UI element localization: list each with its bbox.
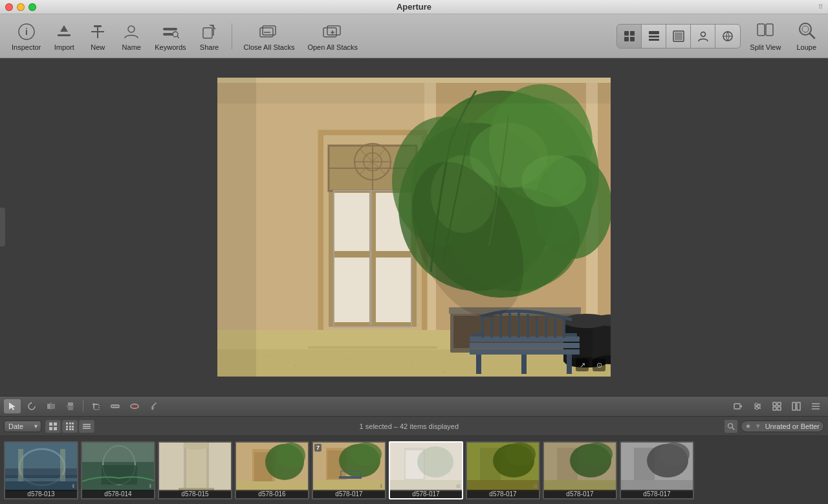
loupe-icon: [798, 21, 816, 42]
svg-rect-186: [184, 443, 186, 491]
svg-rect-187: [206, 443, 209, 491]
split-view-button[interactable]: Split View: [742, 19, 789, 54]
window-controls[interactable]: [5, 3, 36, 11]
thumb-icon-013: ⬇: [71, 483, 76, 489]
svg-rect-108: [473, 333, 485, 336]
svg-point-113: [268, 355, 270, 356]
left-panel-handle[interactable]: [0, 208, 5, 247]
svg-rect-154: [49, 422, 52, 426]
view-button-group: [616, 24, 741, 49]
stack-badge-017: 7: [314, 444, 321, 452]
thumb-img-016: [236, 443, 308, 491]
svg-rect-209: [390, 443, 462, 491]
thumb-img-017c: [544, 443, 616, 491]
open-all-stacks-button[interactable]: Open All Stacks: [301, 19, 364, 54]
straighten-tool[interactable]: [107, 399, 124, 413]
loupe-button[interactable]: Loupe: [790, 19, 823, 54]
filmstrip-list-btn[interactable]: [79, 420, 94, 433]
svg-rect-175: [5, 475, 77, 491]
browser-view-button[interactable]: [642, 25, 666, 48]
svg-text:i: i: [25, 27, 28, 37]
rotate-left-tool[interactable]: [23, 399, 40, 413]
svg-rect-109: [565, 333, 577, 336]
svg-rect-15: [263, 26, 276, 35]
photo-overlay-icons: ↗ ⊙: [576, 358, 605, 371]
select-tool[interactable]: [4, 399, 21, 413]
people-view-button[interactable]: [691, 25, 715, 48]
svg-rect-145: [773, 402, 776, 406]
bottom-toolbar: [0, 396, 828, 417]
svg-rect-137: [734, 404, 740, 409]
filmstrip-grid-btn[interactable]: [45, 420, 61, 433]
keywords-button[interactable]: Keywords: [148, 19, 192, 54]
thumb-label-017-stack: d578-017: [313, 490, 385, 498]
filmstrip[interactable]: ⬇ d578-013 ⬇ d578-014: [0, 436, 828, 504]
columns-tool[interactable]: [788, 399, 805, 413]
thumbnail-d578-016[interactable]: d578-016: [235, 441, 309, 499]
target-overlay-icon[interactable]: ⊙: [593, 358, 605, 371]
brush-tool[interactable]: [146, 399, 162, 413]
svg-rect-97: [521, 355, 527, 374]
rating-filter-label[interactable]: Unrated or Better: [765, 422, 820, 430]
svg-line-136: [152, 403, 156, 407]
filmstrip-grid2-btn[interactable]: [62, 420, 78, 433]
svg-rect-147: [773, 407, 776, 410]
inspector-button[interactable]: i Inspector: [5, 19, 47, 54]
sort-select[interactable]: Date Rating Name Size: [4, 421, 41, 432]
close-all-stacks-button[interactable]: Close All Stacks: [237, 19, 301, 54]
svg-line-11: [177, 36, 179, 38]
search-loupe-btn[interactable]: [724, 419, 738, 433]
video-tool[interactable]: [730, 399, 746, 413]
thumbnail-d578-017-stack[interactable]: 7 ⬇ d578-017: [312, 441, 386, 499]
svg-rect-185: [185, 443, 208, 491]
close-button[interactable]: [5, 3, 13, 11]
filmstrip-right: ★ ▼ Unrated or Better: [724, 419, 824, 433]
svg-rect-128: [94, 404, 99, 410]
import-button[interactable]: Import: [47, 19, 81, 54]
thumbnail-d578-015[interactable]: d578-015: [158, 441, 232, 499]
bottom-right-tools: [730, 399, 824, 413]
svg-line-36: [810, 34, 814, 38]
maximize-button[interactable]: [28, 3, 36, 11]
svg-point-115: [346, 358, 347, 360]
crop-tool[interactable]: [87, 399, 104, 413]
thumb-img-017-sel: [390, 443, 462, 491]
svg-point-80: [521, 155, 586, 207]
thumbnail-d578-017d[interactable]: ⊙ d578-017: [620, 441, 694, 499]
toolbar-right: Split View Loupe: [616, 19, 823, 54]
svg-rect-149: [792, 402, 796, 410]
app-title: Aperture: [397, 2, 431, 12]
minimize-button[interactable]: [17, 3, 25, 11]
map-view-button[interactable]: [715, 25, 740, 48]
thumbnail-d578-014[interactable]: ⬇ d578-014: [81, 441, 155, 499]
svg-rect-155: [54, 422, 57, 426]
new-button[interactable]: New: [81, 19, 114, 54]
svg-point-37: [802, 26, 809, 32]
filter-tool[interactable]: [768, 399, 785, 413]
svg-rect-21: [624, 31, 629, 36]
svg-rect-160: [72, 422, 74, 424]
thumb-img-017d: [621, 443, 693, 491]
export-overlay-icon[interactable]: ↗: [576, 358, 589, 371]
grid-view-button[interactable]: [617, 25, 642, 48]
sort-select-wrap[interactable]: Date Rating Name Size ▼: [4, 421, 41, 432]
tool-sep-1: [83, 400, 83, 412]
close-all-stacks-label: Close All Stacks: [244, 43, 295, 51]
list-tool[interactable]: [807, 399, 824, 413]
thumbnail-d578-017c[interactable]: ⊙ d578-017: [543, 441, 617, 499]
photo-viewer[interactable]: ↗ ⊙: [0, 58, 828, 396]
rating-filter-wrap: ★ ▼ Unrated or Better: [741, 421, 824, 432]
share-button[interactable]: Share: [193, 19, 226, 54]
thumbnail-d578-017b[interactable]: ⊙ d578-017: [466, 441, 540, 499]
thumbnail-d578-017-selected[interactable]: ⊙ d578-017: [389, 441, 463, 499]
redeye-tool[interactable]: [126, 399, 143, 413]
adjust-tool[interactable]: [749, 399, 766, 413]
flip-v-tool[interactable]: [62, 399, 79, 413]
name-button[interactable]: Name: [114, 19, 148, 54]
svg-rect-24: [630, 37, 635, 41]
svg-rect-61: [334, 257, 369, 322]
thumbnail-d578-013[interactable]: ⬇ d578-013: [4, 441, 78, 499]
single-view-button[interactable]: [666, 25, 691, 48]
flip-tool[interactable]: [43, 399, 60, 413]
svg-rect-59: [334, 193, 369, 251]
